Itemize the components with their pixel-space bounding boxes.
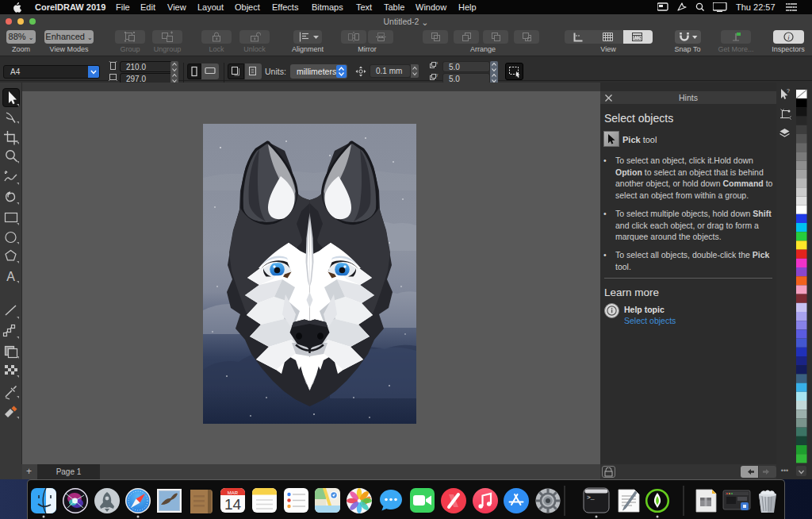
svg-text:MAR: MAR [228,490,239,495]
svg-text:x: x [436,61,439,65]
svg-text:A: A [6,270,15,283]
svg-text:14: 14 [224,496,242,513]
svg-text:?: ? [787,88,790,94]
svg-text:>_: >_ [587,494,595,501]
svg-text:i: i [787,33,790,41]
svg-text:y: y [436,73,439,77]
